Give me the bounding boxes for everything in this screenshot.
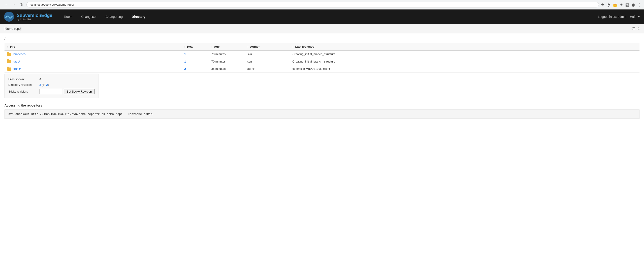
bookmark-icon[interactable]: ★ (601, 2, 604, 7)
log-cell: Creating_initial_branch_structure (290, 58, 640, 65)
back-button[interactable]: ← (3, 2, 9, 7)
extension1-icon[interactable]: ◔ (606, 2, 610, 7)
brand-logo (4, 11, 14, 22)
table-row: tags/ 1 70 minutes svn Creating_initial_… (4, 58, 640, 65)
rev-cell: 1 (182, 50, 209, 58)
age-cell: 70 minutes (209, 58, 245, 65)
folder-icon (7, 53, 11, 56)
rev-link[interactable]: 1 (184, 60, 186, 63)
accessing-section: Accessing the repository svn checkout ht… (4, 104, 640, 119)
user-icon[interactable]: ◉ (632, 2, 635, 7)
extension3-icon[interactable]: ✦ (620, 2, 623, 7)
log-cell: Creating_initial_branch_structure (290, 50, 640, 58)
rev-link[interactable]: 1 (184, 52, 186, 56)
dir-revision-total[interactable]: 2 (46, 83, 48, 86)
files-shown-value: 0 (40, 77, 41, 81)
tag-icon: 🏷 (632, 26, 636, 31)
forward-button[interactable]: → (11, 2, 17, 7)
author-cell: admin (245, 65, 290, 73)
navbar: SubversionEdge by CollabNet Roots Change… (0, 10, 644, 24)
brand-name: SubversionEdge (17, 13, 52, 18)
file-cell: branches/ (4, 50, 182, 58)
revision-badge: 🏷 r2 (632, 26, 640, 31)
brand-first: Subversion (17, 13, 41, 18)
dir-revision-of: (of (42, 83, 46, 86)
brand-sub: by CollabNet (17, 18, 52, 21)
files-shown-row: Files shown: 0 (8, 77, 95, 81)
accessing-title: Accessing the repository (4, 104, 640, 107)
address-bar[interactable] (26, 2, 599, 8)
table-row: branches/ 1 70 minutes svn Creating_init… (4, 50, 640, 58)
dir-revision-value[interactable]: 2 (40, 83, 41, 86)
file-cell: tags/ (4, 58, 182, 65)
author-cell: svn (245, 58, 290, 65)
help-button[interactable]: Help ▼ (630, 15, 640, 19)
col-header-author[interactable]: ↕ Author (245, 43, 290, 51)
sort-rev-icon: ↕ (184, 46, 186, 48)
browser-icons: ★ ◔ 👑 ✦ ▧ ◉ ⋮ (601, 2, 641, 7)
sticky-label: Sticky revision: (8, 90, 38, 93)
brand: SubversionEdge by CollabNet (4, 11, 52, 22)
col-header-log[interactable]: ↕ Last log entry (290, 43, 640, 51)
reload-button[interactable]: ↻ (19, 2, 24, 7)
col-header-rev[interactable]: ↕ Rev. (182, 43, 209, 51)
browser-chrome: ← → ↻ ★ ◔ 👑 ✦ ▧ ◉ ⋮ (0, 0, 644, 10)
age-cell: 70 minutes (209, 50, 245, 58)
author-cell: svn (245, 50, 290, 58)
sort-file-icon: ↕ (7, 46, 8, 48)
set-sticky-revision-button[interactable]: Set Sticky Revision (64, 89, 95, 94)
directory-path: / (4, 33, 640, 43)
extension2-icon[interactable]: 👑 (612, 2, 618, 7)
dir-revision-label: Directory revision: (8, 83, 38, 86)
dir-revision-link[interactable]: 2 (of 2) (40, 83, 49, 86)
folder-icon (7, 68, 11, 71)
breadcrumb-bar: [demo-repo] 🏷 r2 (0, 24, 644, 33)
col-rev-label: Rev. (187, 45, 193, 48)
dir-revision-row: Directory revision: 2 (of 2) (8, 83, 95, 86)
menu-icon[interactable]: ⋮ (637, 2, 641, 7)
directory-table: ↕ File ↕ Rev. ↕ Age ↕ Author ↕ Last lo (4, 43, 640, 73)
folder-icon (7, 60, 11, 63)
brand-second: Edge (41, 13, 52, 18)
sticky-revision-input[interactable] (40, 89, 62, 94)
stats-section: Files shown: 0 Directory revision: 2 (of… (4, 74, 98, 98)
extensions-icon[interactable]: ▧ (625, 2, 629, 7)
checkout-command: svn checkout http://192.168.163.121/svn/… (4, 109, 640, 119)
nav-directory[interactable]: Directory (127, 10, 150, 24)
brand-text: SubversionEdge by CollabNet (17, 13, 52, 21)
logged-in-label: Logged in as: admin (598, 15, 626, 19)
sort-author-icon: ↕ (248, 46, 248, 48)
revision-value: r2 (637, 27, 640, 31)
files-shown-label: Files shown: (8, 77, 38, 81)
file-link[interactable]: branches/ (14, 52, 26, 56)
file-link[interactable]: tags/ (14, 60, 20, 63)
col-author-label: Author (250, 45, 260, 48)
sticky-revision-row: Sticky revision: Set Sticky Revision (8, 89, 95, 94)
navbar-links: Roots Changeset Change Log Directory (60, 10, 598, 24)
rev-cell: 2 (182, 65, 209, 73)
navbar-right: Logged in as: admin Help ▼ (598, 15, 640, 19)
main-content: / ↕ File ↕ Rev. ↕ Age ↕ Author (0, 33, 644, 123)
help-label: Help (630, 15, 636, 19)
help-chevron-icon: ▼ (637, 15, 640, 19)
sort-log-icon: ↕ (292, 46, 294, 48)
col-header-file[interactable]: ↕ File (4, 43, 182, 51)
log-cell: commit in MacOS SVN client (290, 65, 640, 73)
table-row: trunk/ 2 35 minutes admin commit in MacO… (4, 65, 640, 73)
nav-changelog[interactable]: Change Log (101, 10, 127, 24)
col-age-label: Age (214, 45, 220, 48)
rev-cell: 1 (182, 58, 209, 65)
file-link[interactable]: trunk/ (14, 67, 21, 70)
nav-roots[interactable]: Roots (60, 10, 77, 24)
path-text: / (4, 37, 6, 40)
sort-age-icon: ↕ (211, 46, 212, 48)
col-log-label: Last log entry (295, 45, 314, 48)
repo-breadcrumb: [demo-repo] (4, 27, 22, 31)
col-file-label: File (10, 45, 15, 48)
rev-link[interactable]: 2 (184, 67, 186, 70)
age-cell: 35 minutes (209, 65, 245, 73)
col-header-age[interactable]: ↕ Age (209, 43, 245, 51)
nav-changeset[interactable]: Changeset (76, 10, 101, 24)
file-cell: trunk/ (4, 65, 182, 73)
